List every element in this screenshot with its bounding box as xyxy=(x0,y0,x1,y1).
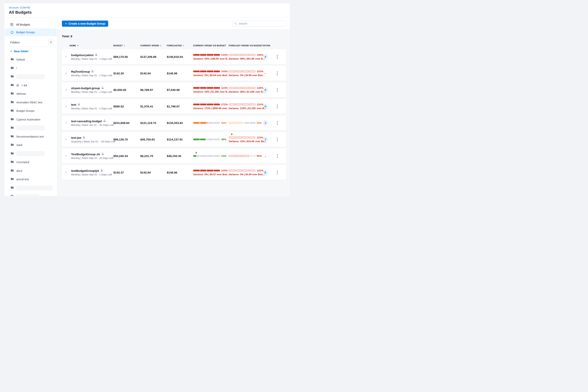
expand-chevron-icon[interactable] xyxy=(65,121,67,125)
folder-icon xyxy=(10,109,14,112)
folder-item[interactable]: Abhinav xyxy=(4,90,57,98)
folder-item[interactable]: Sahil xyxy=(4,141,57,150)
budget-group-row[interactable]: test-joe Quarterly | Starts Jun 01 - -29… xyxy=(62,132,286,147)
budget-group-name[interactable]: test-cascading-budget xyxy=(71,120,102,123)
folder-item[interactable]: Unscripted xyxy=(4,158,57,166)
column-header-current-spend[interactable]: CURRENT SPEND xyxy=(137,44,165,47)
current-spend-value: $45,750.63 xyxy=(137,138,165,141)
current-spend-value: $121,119.72 xyxy=(137,121,165,124)
spend-progress-bar xyxy=(193,70,220,72)
budget-group-name[interactable]: shyam-budget-group xyxy=(71,86,100,90)
sidebar-item-all-budgets[interactable]: All Budgets xyxy=(5,21,56,28)
folder-list: Default ! @ . > && Abhinav Anomalies RBA… xyxy=(4,55,57,196)
expand-chevron-icon[interactable] xyxy=(65,88,67,92)
variance-text: Variance: 3% | $4.68 over Bud... xyxy=(229,74,264,77)
folder-search-button[interactable] xyxy=(48,40,54,45)
folder-item[interactable] xyxy=(4,184,57,192)
sort-icon[interactable] xyxy=(183,44,184,47)
row-menu-icon[interactable] xyxy=(274,138,278,142)
budget-period-schedule: Monthly | Starts Sep 01 - 1 Days Left xyxy=(69,90,110,94)
row-menu-icon[interactable] xyxy=(274,171,278,174)
percent-label: 124% xyxy=(221,86,228,89)
folder-item[interactable]: Recommendations test xyxy=(4,132,57,141)
folder-item[interactable]: abcd xyxy=(4,166,57,175)
folder-name: Cypress Automation xyxy=(16,118,40,121)
forecast-progress-bar xyxy=(229,136,256,138)
folder-item[interactable] xyxy=(4,150,57,158)
folder-item[interactable] xyxy=(4,192,57,196)
row-menu-icon[interactable] xyxy=(274,154,278,158)
new-folder-button[interactable]: + New folder xyxy=(10,50,57,53)
expand-chevron-icon[interactable] xyxy=(65,138,67,141)
create-budget-group-button[interactable]: + Create a new Budget Group xyxy=(62,20,108,27)
forecasted-value: $7,040.98 xyxy=(165,88,192,92)
hierarchy-icon xyxy=(91,70,94,73)
current-vs-budget-cell: 154%Variance: 54% | $48.0K over B... xyxy=(192,54,227,60)
budget-group-row[interactable]: test Monthly | Starts Sep 01 - 1 Days Le… xyxy=(62,99,286,114)
variance-text: Variance: 58% | $51.6K over B... xyxy=(229,58,265,60)
budget-group-row[interactable]: TestBudgetGroup-JA Monthly | Starts Sep … xyxy=(62,148,286,163)
forecast-vs-budget-cell: 103%Variance: 3% | $4.68 over Bud... xyxy=(227,70,263,77)
expand-chevron-icon[interactable] xyxy=(65,171,67,174)
sidebar-item-budget-groups[interactable]: Budget Groups xyxy=(5,28,56,36)
folder-icon xyxy=(10,126,14,130)
search-box[interactable] xyxy=(232,21,286,26)
budget-group-name[interactable]: RajTestGroup xyxy=(71,70,90,73)
folder-item[interactable]: Cypress Automation xyxy=(4,115,57,124)
expand-chevron-icon[interactable] xyxy=(65,154,67,158)
expand-chevron-icon[interactable] xyxy=(65,105,67,108)
column-header-name[interactable]: NAME xyxy=(69,44,110,47)
row-menu-icon[interactable] xyxy=(274,55,278,59)
folder-name: Default xyxy=(16,58,25,61)
folder-item[interactable]: Budget Groups xyxy=(4,107,57,115)
budget-group-name[interactable]: TestBudgetGroup-JA xyxy=(71,152,100,156)
forecast-progress-bar xyxy=(229,122,256,124)
budget-group-row[interactable]: RajTestGroup Monthly | Starts Sep 01 - 1… xyxy=(62,66,286,81)
row-menu-icon[interactable] xyxy=(274,104,278,108)
hierarchy-icon xyxy=(100,169,103,172)
row-menu-icon[interactable] xyxy=(274,72,278,75)
row-menu-icon[interactable] xyxy=(274,88,278,92)
budget-group-name[interactable]: test xyxy=(71,103,76,106)
sort-icon[interactable] xyxy=(160,44,162,47)
divider xyxy=(10,47,54,47)
forecast-vs-budget-cell: 310%Variance: 210% | $1.22K over B... xyxy=(227,103,263,110)
folder-icon xyxy=(10,143,14,147)
owner-avatar[interactable]: J xyxy=(263,120,268,126)
budget-value: $580.52 xyxy=(110,105,137,108)
budget-group-name[interactable]: budgetsuryatest xyxy=(71,54,94,57)
budget-value: $231,608.84 xyxy=(110,121,137,124)
folder-item[interactable] xyxy=(4,72,57,81)
search-input[interactable] xyxy=(238,22,284,25)
current-vs-budget-cell: 52% xyxy=(192,122,227,124)
forecast-vs-budget-cell: 96% xyxy=(227,154,263,158)
row-menu-icon[interactable] xyxy=(274,121,278,125)
budget-group-name[interactable]: test-joe xyxy=(71,136,81,139)
budget-group-name[interactable]: testBudgetGroupQA xyxy=(71,169,99,172)
budget-group-row[interactable]: testBudgetGroupQA Monthly | Starts Sep 0… xyxy=(62,165,286,180)
budget-group-row[interactable]: budgetsuryatest Monthly | Starts Sep 01 … xyxy=(62,50,286,64)
current-spend-value: $142.94 xyxy=(137,72,165,75)
folder-item[interactable]: anmol-test xyxy=(4,175,57,184)
folder-item[interactable] xyxy=(4,124,57,132)
folder-name: Anomalies RBAC test xyxy=(16,101,42,104)
budget-group-row[interactable]: test-cascading-budget Monthly | Starts J… xyxy=(62,116,286,130)
sort-desc-icon[interactable] xyxy=(77,45,78,46)
column-header-forecasted[interactable]: FORECASTED xyxy=(165,44,192,47)
new-folder-label: New folder xyxy=(14,50,29,53)
folder-item[interactable]: @ . > && xyxy=(4,81,57,90)
spend-progress-bar xyxy=(193,155,220,157)
folder-icon xyxy=(10,169,14,172)
account-breadcrumb-link[interactable]: Account: CCM-NG xyxy=(9,6,30,9)
sort-icon[interactable] xyxy=(124,44,125,47)
spend-progress-bar xyxy=(193,170,220,172)
expand-chevron-icon[interactable] xyxy=(65,72,67,75)
forecast-progress-bar xyxy=(229,155,256,157)
folder-item[interactable]: Default xyxy=(4,55,57,64)
current-spend-value: $1,576.41 xyxy=(137,105,165,108)
folder-item[interactable]: Anomalies RBAC test xyxy=(4,98,57,107)
folder-item[interactable]: ! xyxy=(4,64,57,73)
column-header-budget[interactable]: BUDGET xyxy=(110,44,137,47)
expand-chevron-icon[interactable] xyxy=(65,55,67,58)
budget-group-row[interactable]: shyam-budget-group Monthly | Starts Sep … xyxy=(62,82,286,97)
